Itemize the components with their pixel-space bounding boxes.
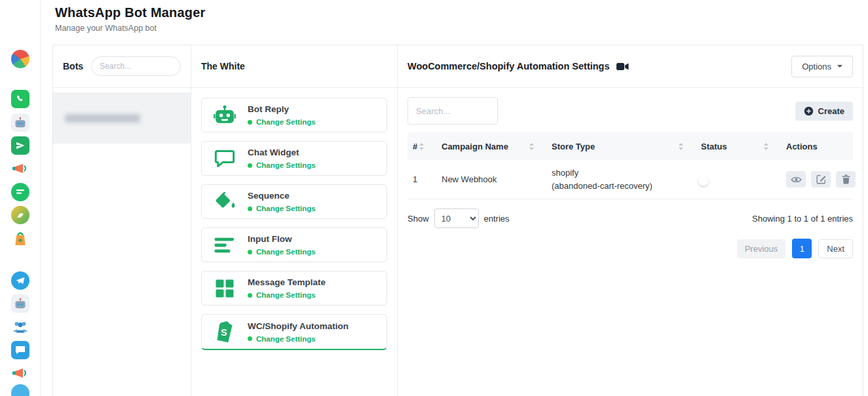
- partial-app-icon[interactable]: [11, 384, 29, 396]
- page-header: WhatsApp Bot Manager Manage your WhatsAp…: [41, 0, 868, 33]
- column-header-num[interactable]: #: [407, 142, 436, 151]
- feature-title: WC/Shopify Automation: [248, 321, 349, 331]
- feature-title: Chat Widget: [248, 148, 316, 157]
- change-settings-link[interactable]: Change Settings: [256, 291, 316, 299]
- feature-title: Bot Reply: [248, 104, 316, 114]
- edit-button[interactable]: [811, 171, 831, 188]
- telegram-icon[interactable]: [11, 271, 29, 290]
- column-header-actions: Actions: [781, 142, 853, 151]
- automation-panel-body: Create # Campaign Name: [398, 88, 863, 267]
- live-chat-icon[interactable]: [11, 341, 29, 359]
- bots-panel-header: Bots: [53, 45, 191, 88]
- telegram-bot-icon[interactable]: [11, 294, 29, 313]
- input-flow-icon: [210, 237, 240, 254]
- whatsapp-icon[interactable]: [11, 90, 29, 108]
- create-label: Create: [818, 106, 844, 116]
- selected-bot-name: The White: [201, 61, 245, 71]
- change-settings-link[interactable]: Change Settings: [256, 205, 316, 212]
- status-dot: [248, 163, 252, 168]
- bot-reply-icon: [210, 105, 240, 126]
- actions-cell: [781, 170, 859, 189]
- sort-icon: [529, 143, 535, 150]
- delete-button[interactable]: [836, 171, 856, 188]
- shop-bag-icon[interactable]: [11, 229, 29, 248]
- feature-card-input-flow[interactable]: Input Flow Change Settings: [201, 228, 387, 262]
- current-page-button[interactable]: 1: [792, 239, 812, 258]
- feature-card-sequence[interactable]: Sequence Change Settings: [201, 184, 387, 219]
- message-template-icon: [210, 279, 240, 298]
- status-dot: [248, 120, 252, 125]
- sort-icon: [763, 143, 769, 150]
- change-settings-link[interactable]: Change Settings: [256, 248, 316, 256]
- feature-title: Input Flow: [248, 234, 316, 244]
- video-camera-icon[interactable]: [616, 62, 629, 71]
- page-title: WhatsApp Bot Manager: [55, 5, 868, 20]
- change-settings-link[interactable]: Change Settings: [256, 161, 316, 169]
- broadcast-icon[interactable]: [11, 364, 29, 382]
- store-type-cell: shopify (abandoned-cart-recovery): [546, 165, 696, 193]
- automation-panel-header: WooCommerce/Shopify Automation Settings …: [398, 45, 863, 88]
- bots-title: Bots: [63, 61, 83, 71]
- trash-icon: [842, 174, 850, 184]
- change-settings-link[interactable]: Change Settings: [256, 118, 316, 126]
- previous-page-button[interactable]: Previous: [737, 239, 786, 258]
- feature-card-wc-shopify-automation[interactable]: S WC/Shopify Automation Change Settings: [201, 314, 387, 350]
- toggle-knob: [698, 176, 709, 186]
- bot-manager-card: Bots The White Bot Reply: [52, 45, 863, 396]
- sort-icon: [419, 143, 425, 150]
- options-button[interactable]: Options: [791, 56, 853, 77]
- bots-panel: Bots: [53, 45, 191, 396]
- megaphone-icon[interactable]: [11, 159, 29, 178]
- page-size-select[interactable]: 10: [434, 208, 479, 228]
- chevron-down-icon: [837, 65, 842, 68]
- page-subtitle: Manage your WhatsApp bot: [55, 24, 868, 33]
- view-button[interactable]: [786, 171, 806, 188]
- status-cell: [696, 173, 781, 186]
- chatbot-icon[interactable]: [11, 113, 29, 132]
- status-dot: [248, 250, 252, 254]
- chat-icon[interactable]: [11, 183, 29, 201]
- column-header-status[interactable]: Status: [696, 142, 781, 151]
- show-label: Show: [407, 214, 429, 224]
- chat-widget-icon: [210, 149, 240, 168]
- table-search-input[interactable]: [407, 97, 498, 125]
- bots-search-input[interactable]: [91, 56, 181, 76]
- next-page-button[interactable]: Next: [818, 239, 853, 258]
- feature-title: Message Template: [248, 277, 326, 287]
- page: WhatsApp Bot Manager Manage your WhatsAp…: [41, 0, 868, 396]
- features-panel: The White Bot Reply Change Settings: [191, 45, 398, 396]
- send-icon[interactable]: [11, 136, 29, 155]
- options-label: Options: [802, 62, 831, 71]
- features-panel-header: The White: [191, 45, 397, 88]
- column-header-campaign[interactable]: Campaign Name: [436, 142, 546, 151]
- svg-text:S: S: [221, 327, 227, 338]
- showing-entries-text: Showing 1 to 1 of 1 entries: [752, 214, 853, 224]
- feature-card-bot-reply[interactable]: Bot Reply Change Settings: [201, 98, 387, 132]
- shopify-icon: S: [210, 321, 240, 343]
- status-dot: [248, 336, 252, 341]
- change-settings-link[interactable]: Change Settings: [256, 335, 316, 343]
- row-number: 1: [407, 173, 436, 186]
- table-footer: Show 10 entries Showing 1 to 1 of 1 entr…: [407, 208, 853, 228]
- feature-title: Sequence: [248, 191, 316, 201]
- table-header-row: # Campaign Name Store Type Status: [407, 132, 853, 160]
- sort-icon: [678, 143, 684, 150]
- panel-title: WooCommerce/Shopify Automation Settings: [407, 61, 610, 71]
- bot-list-item[interactable]: [53, 92, 191, 144]
- pagination: Previous 1 Next: [407, 239, 853, 258]
- feature-card-message-template[interactable]: Message Template Change Settings: [201, 271, 387, 306]
- feature-card-chat-widget[interactable]: Chat Widget Change Settings: [201, 141, 387, 176]
- bird-icon[interactable]: [11, 206, 29, 224]
- edit-icon: [816, 174, 826, 184]
- column-header-store[interactable]: Store Type: [546, 142, 696, 151]
- campaign-name-cell: New Webhook: [436, 173, 546, 186]
- plus-circle-icon: [804, 106, 814, 116]
- browser-icon[interactable]: [11, 50, 29, 68]
- group-icon[interactable]: [11, 317, 29, 336]
- create-button[interactable]: Create: [795, 102, 853, 121]
- automation-settings-panel: WooCommerce/Shopify Automation Settings …: [398, 45, 863, 396]
- status-dot: [248, 293, 252, 298]
- app-sidebar: [0, 0, 41, 396]
- sequence-icon: [210, 192, 240, 212]
- table-row: 1 New Webhook shopify (abandoned-cart-re…: [407, 160, 853, 199]
